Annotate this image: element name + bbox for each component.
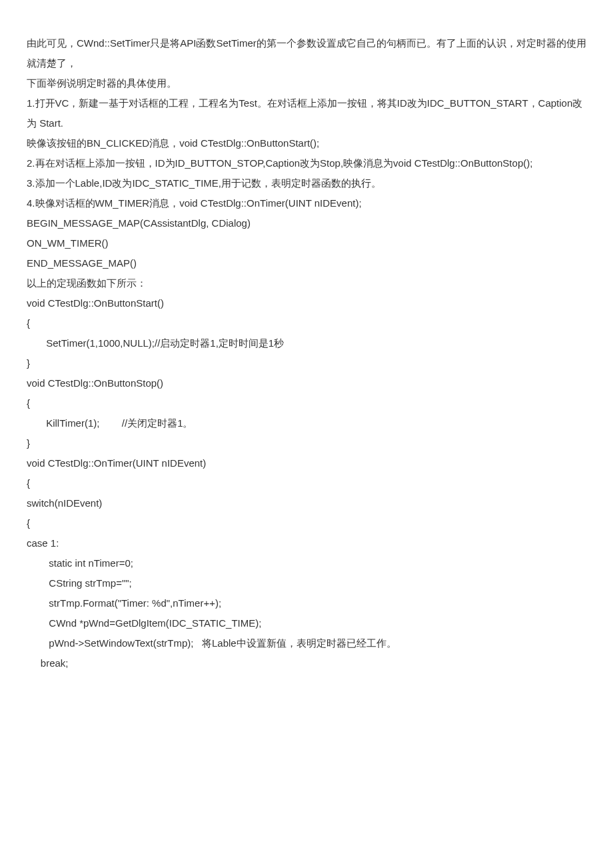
code-line: KillTimer(1); //关闭定时器1。 [27,413,586,433]
text-line: 映像该按钮的BN_CLICKED消息，void CTestDlg::OnButt… [27,133,586,153]
code-line: } [27,433,586,453]
code-line: CString strTmp=""; [27,573,586,593]
text-line: 2.再在对话框上添加一按钮，ID为ID_BUTTON_STOP,Caption改… [27,153,586,173]
text-line: 下面举例说明定时器的具体使用。 [27,73,586,93]
code-line: { [27,473,586,493]
text-line: 3.添加一个Lable,ID改为IDC_STATIC_TIME,用于记数，表明定… [27,173,586,193]
code-line: switch(nIDEvent) [27,493,586,513]
document-content: 由此可见，CWnd::SetTimer只是将API函数SetTimer的第一个参… [27,33,586,673]
code-line: { [27,513,586,533]
code-line: break; [27,653,586,673]
code-line: { [27,393,586,413]
code-line: case 1: [27,533,586,553]
text-line: 以上的定现函数如下所示： [27,273,586,293]
code-line: SetTimer(1,1000,NULL);//启动定时器1,定时时间是1秒 [27,333,586,353]
text-line: 1.打开VC，新建一基于对话框的工程，工程名为Test。在对话框上添加一按钮，将… [27,93,586,133]
code-line: void CTestDlg::OnTimer(UINT nIDEvent) [27,453,586,473]
code-line: ON_WM_TIMER() [27,233,586,253]
code-line: void CTestDlg::OnButtonStart() [27,293,586,313]
text-line: 4.映像对话框的WM_TIMER消息，void CTestDlg::OnTime… [27,193,586,213]
code-line: CWnd *pWnd=GetDlgItem(IDC_STATIC_TIME); [27,613,586,633]
code-line: } [27,353,586,373]
code-line: void CTestDlg::OnButtonStop() [27,373,586,393]
code-line: static int nTimer=0; [27,553,586,573]
text-line: 由此可见，CWnd::SetTimer只是将API函数SetTimer的第一个参… [27,33,586,73]
code-line: strTmp.Format("Timer: %d",nTimer++); [27,593,586,613]
code-line: END_MESSAGE_MAP() [27,253,586,273]
code-line: pWnd->SetWindowText(strTmp); 将Lable中设置新值… [27,633,586,653]
code-line: BEGIN_MESSAGE_MAP(CAssistantDlg, CDialog… [27,213,586,233]
code-line: { [27,313,586,333]
